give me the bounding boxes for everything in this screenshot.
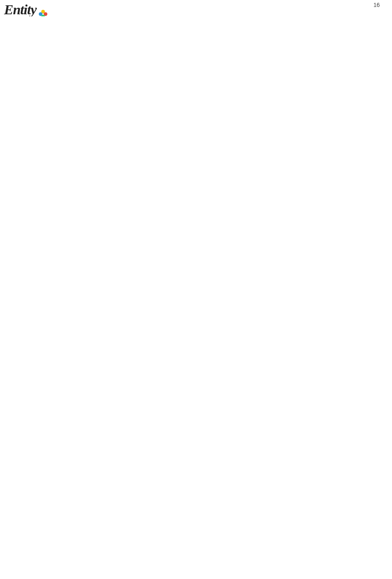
brand-name: Entity (4, 2, 36, 16)
brand-header: Entity (4, 2, 39, 16)
page-number: 16 (373, 2, 380, 8)
